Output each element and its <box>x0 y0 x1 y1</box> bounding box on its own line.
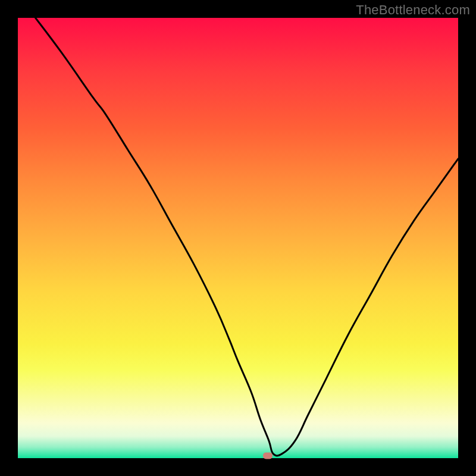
watermark-text: TheBottleneck.com <box>356 2 470 18</box>
plot-area <box>18 18 458 458</box>
chart-frame: TheBottleneck.com <box>0 0 476 476</box>
bottleneck-curve <box>18 18 458 458</box>
minimum-marker <box>263 453 273 459</box>
